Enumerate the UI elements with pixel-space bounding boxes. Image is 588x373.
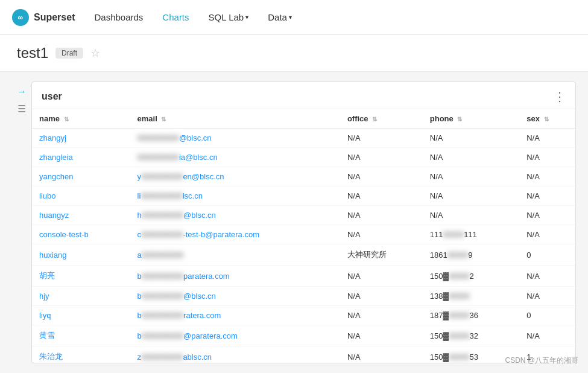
table-body: zhangyjXXXXXXXX@blsc.cnN/AN/AN/Azhanglei… <box>32 129 575 363</box>
phone-suffix: 36 <box>470 311 478 320</box>
cell-sex: 0 <box>519 306 575 325</box>
col-sex[interactable]: sex ⇅ <box>519 109 575 129</box>
brand[interactable]: ∞ Superset <box>12 9 75 26</box>
col-name[interactable]: name ⇅ <box>32 109 130 129</box>
cell-phone: N/A <box>423 129 519 148</box>
email-blurred: XXXXXXXX <box>142 311 183 320</box>
nav-charts[interactable]: Charts <box>162 10 189 25</box>
table-row: 朱治龙zXXXXXXXXablsc.cnN/A150▓XXXX531 <box>32 346 575 363</box>
email-prefix: h <box>138 211 142 220</box>
table-row: hjybXXXXXXXX@blsc.cnN/A138▓XXXXN/A <box>32 287 575 306</box>
draft-badge: Draft <box>55 48 83 59</box>
cell-phone: 187▓XXXX36 <box>423 306 519 325</box>
star-icon[interactable]: ☆ <box>90 46 100 60</box>
name-link[interactable]: 朱治龙 <box>39 352 63 361</box>
sidebar-expand-icon[interactable]: → <box>17 86 27 97</box>
data-table: name ⇅ email ⇅ office ⇅ phone ⇅ sex ⇅ zh… <box>32 109 575 363</box>
cell-sex: N/A <box>519 225 575 244</box>
phone-prefix: 138▓ <box>430 292 449 301</box>
email-suffix: @paratera.com <box>183 331 238 340</box>
name-link[interactable]: huxiang <box>39 250 67 260</box>
name-link[interactable]: zhangleia <box>39 153 73 162</box>
cell-sex: N/A <box>519 148 575 167</box>
page-title: test1 <box>17 45 48 62</box>
cell-office: N/A <box>340 287 423 306</box>
phone-blurred: XXXX <box>449 292 470 301</box>
chart-header: user ⋮ <box>32 82 575 109</box>
nav-data[interactable]: Data ▾ <box>268 12 292 22</box>
cell-sex: N/A <box>519 287 575 306</box>
phone-blurred: XXXX <box>447 250 469 260</box>
name-link[interactable]: yangchen <box>39 172 73 181</box>
name-link[interactable]: huangyz <box>39 211 69 220</box>
cell-name: huangyz <box>32 206 130 225</box>
phone-prefix: 150▓ <box>430 352 449 362</box>
cell-office: N/A <box>340 306 423 325</box>
watermark: CSDN @八五年的湘哥 <box>505 355 578 366</box>
cell-name: liyq <box>32 306 130 325</box>
name-link[interactable]: zhangyj <box>39 133 66 142</box>
phone-prefix: 111 <box>430 230 443 239</box>
nav-sqllab[interactable]: SQL Lab ▾ <box>209 12 249 22</box>
cell-name: liubo <box>32 186 130 206</box>
cell-office: N/A <box>340 206 423 225</box>
table-row: 黄雪bXXXXXXXX@paratera.comN/A150▓XXXX32N/A <box>32 325 575 346</box>
cell-email: XXXXXXXX@blsc.cn <box>130 129 340 148</box>
cell-sex: N/A <box>519 325 575 346</box>
cell-office: N/A <box>340 225 423 244</box>
cell-name: zhangyj <box>32 129 130 148</box>
cell-sex: N/A <box>519 186 575 206</box>
cell-sex: N/A <box>519 129 575 148</box>
email-prefix: b <box>138 292 142 301</box>
cell-office: 大神研究所 <box>340 244 423 266</box>
cell-name: 朱治龙 <box>32 346 130 363</box>
cell-office: N/A <box>340 346 423 363</box>
sidebar-panel: → ☰ <box>12 81 31 363</box>
cell-email: zXXXXXXXXablsc.cn <box>130 346 340 363</box>
email-blurred: XXXXXXXX <box>141 230 183 239</box>
email-blurred: XXXXXXXX <box>141 172 183 181</box>
cell-phone: 150▓XXXX2 <box>423 266 519 287</box>
col-phone[interactable]: phone ⇅ <box>423 109 519 129</box>
name-link[interactable]: 胡亮 <box>39 271 55 280</box>
brand-icon: ∞ <box>12 9 29 26</box>
email-suffix: paratera.com <box>183 272 230 281</box>
name-link[interactable]: liyq <box>39 311 51 320</box>
table-wrapper[interactable]: name ⇅ email ⇅ office ⇅ phone ⇅ sex ⇅ zh… <box>32 109 575 363</box>
nav-dashboards[interactable]: Dashboards <box>94 10 143 25</box>
col-office[interactable]: office ⇅ <box>340 109 423 129</box>
cell-sex: 0 <box>519 244 575 266</box>
cell-email: aXXXXXXXX <box>130 244 340 266</box>
name-link[interactable]: console-test-b <box>39 230 89 239</box>
phone-suffix: 53 <box>470 352 478 362</box>
cell-email: bXXXXXXXX@paratera.com <box>130 325 340 346</box>
phone-suffix: 9 <box>468 250 472 260</box>
email-blurred: XXXXXXXX <box>142 292 183 301</box>
cell-email: cXXXXXXXX-test-b@paratera.com <box>130 225 340 244</box>
cell-name: yangchen <box>32 167 130 186</box>
name-link[interactable]: 黄雪 <box>39 331 55 340</box>
cell-email: bXXXXXXXX@blsc.cn <box>130 287 340 306</box>
cell-email: bXXXXXXXXparatera.com <box>130 266 340 287</box>
name-link[interactable]: hjy <box>39 292 49 301</box>
email-blurred: XXXXXXXX <box>141 352 183 362</box>
email-blurred: XXXXXXXX <box>142 250 183 260</box>
table-row: zhangleiaXXXXXXXXia@blsc.cnN/AN/AN/A <box>32 148 575 167</box>
sidebar-filter-icon[interactable]: ☰ <box>17 103 26 115</box>
more-options-icon[interactable]: ⋮ <box>554 89 566 104</box>
cell-phone: N/A <box>423 148 519 167</box>
phone-suffix: 2 <box>470 272 474 281</box>
email-suffix: ratera.com <box>183 311 221 320</box>
email-suffix: ia@blsc.cn <box>179 153 218 162</box>
cell-email: bXXXXXXXXratera.com <box>130 306 340 325</box>
email-prefix: b <box>138 311 142 320</box>
phone-prefix: 187▓ <box>430 311 449 320</box>
cell-email: liXXXXXXXXlsc.cn <box>130 186 340 206</box>
name-link[interactable]: liubo <box>39 191 55 200</box>
email-prefix: a <box>138 250 142 260</box>
brand-label: Superset <box>34 12 75 23</box>
navbar: ∞ Superset Dashboards Charts SQL Lab ▾ D… <box>0 0 588 35</box>
col-email[interactable]: email ⇅ <box>130 109 340 129</box>
phone-blurred: XXXX <box>449 311 470 320</box>
email-blurred: XXXXXXXX <box>142 272 183 281</box>
